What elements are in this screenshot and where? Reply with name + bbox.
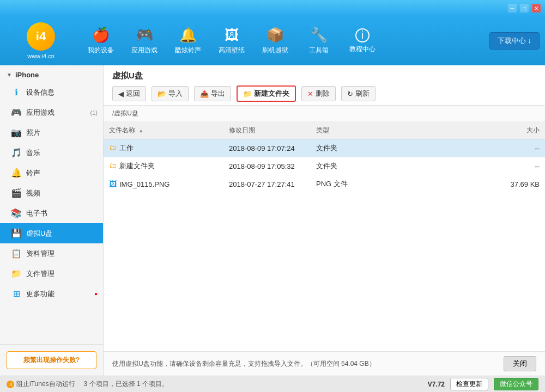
status-bar: ⏸ 阻止iTunes自动运行 3 个项目，已选择 1 个项目。 V7.72 检查… xyxy=(0,376,545,392)
sidebar-apps-count: (1) xyxy=(90,109,98,116)
cell-name: 🗂工作 xyxy=(104,139,223,157)
nav-toolbox-label: 工具箱 xyxy=(309,46,329,55)
sidebar-ebooks-label: 电子书 xyxy=(26,209,98,218)
sidebar-udisk-label: 虚拟U盘 xyxy=(26,229,98,238)
maximize-btn[interactable]: □ xyxy=(520,4,529,13)
sidebar-item-video[interactable]: 🎬 视频 xyxy=(0,183,103,203)
sidebar-device-info-label: 设备信息 xyxy=(26,88,98,97)
file-name: 工作 xyxy=(119,144,134,152)
sidebar-item-more[interactable]: ⊞ 更多功能 ● xyxy=(0,284,103,304)
cell-size: -- xyxy=(398,157,545,175)
refresh-label: 刷新 xyxy=(355,89,370,99)
table-row[interactable]: 🖼IMG_0115.PNG 2018-07-27 17:27:41 PNG 文件… xyxy=(104,175,545,193)
import-btn[interactable]: 📂 导入 xyxy=(152,86,189,101)
export-label: 导出 xyxy=(211,89,225,99)
refresh-btn[interactable]: ↻ 刷新 xyxy=(341,86,376,101)
header: i4 www.i4.cn 🍎 我的设备 🎮 应用游戏 🔔 酷炫铃声 🖼 高清壁纸… xyxy=(0,16,545,65)
nav-jailbreak[interactable]: 📦 刷机越狱 xyxy=(253,19,297,63)
export-btn[interactable]: 📤 导出 xyxy=(194,86,231,101)
cell-name: 🗂新建文件夹 xyxy=(104,157,223,175)
sidebar-item-device-info[interactable]: ℹ 设备信息 xyxy=(0,82,103,102)
file-icon: 🖼 xyxy=(109,180,117,188)
minimize-btn[interactable]: ─ xyxy=(508,4,517,13)
content-area: 虚拟U盘 ◀ 返回 📂 导入 📤 导出 📁 新建文件夹 xyxy=(104,65,545,376)
back-btn[interactable]: ◀ 返回 xyxy=(112,86,146,101)
sidebar-device-header[interactable]: ▼ iPhone xyxy=(0,65,103,82)
content-header: 虚拟U盘 ◀ 返回 📂 导入 📤 导出 📁 新建文件夹 xyxy=(104,65,545,106)
nav-tutorial-icon: i xyxy=(355,28,370,42)
cell-name: 🖼IMG_0115.PNG xyxy=(104,175,223,193)
nav-my-device[interactable]: 🍎 我的设备 xyxy=(79,19,123,63)
sort-arrow-icon: ▲ xyxy=(138,128,143,133)
wechat-btn[interactable]: 微信公众号 xyxy=(494,378,538,390)
toolbar: ◀ 返回 📂 导入 📤 导出 📁 新建文件夹 ✕ 删除 xyxy=(112,85,536,102)
sidebar-item-photos[interactable]: 📷 照片 xyxy=(0,122,103,143)
file-table: 文件名称 ▲ 修改日期 类型 大小 🗂工作 2018-08-09 17:07:2… xyxy=(104,122,545,351)
ringtones-icon: 🔔 xyxy=(11,168,22,178)
status-right: V7.72 检查更新 微信公众号 xyxy=(428,378,538,390)
cell-size: 37.69 KB xyxy=(398,175,545,193)
stats-text: 3 个项目，已选择 1 个项目。 xyxy=(84,379,168,389)
music-icon: 🎵 xyxy=(11,148,22,158)
title-bar: ─ □ ✕ xyxy=(0,0,545,16)
nav-wallpaper[interactable]: 🖼 高清壁纸 xyxy=(210,19,253,63)
info-close-btn[interactable]: 关闭 xyxy=(504,356,536,371)
sidebar-more-label: 更多功能 xyxy=(26,289,90,299)
nav-toolbox[interactable]: 🔧 工具箱 xyxy=(297,19,341,63)
import-label: 导入 xyxy=(168,89,183,99)
sidebar-arrow-icon: ▼ xyxy=(7,72,12,78)
stop-label: 阻止iTunes自动运行 xyxy=(16,379,75,389)
sidebar-item-data-mgr[interactable]: 📋 资料管理 xyxy=(0,243,103,264)
nav-items: 🍎 我的设备 🎮 应用游戏 🔔 酷炫铃声 🖼 高清壁纸 📦 刷机越狱 🔧 工具箱… xyxy=(79,19,487,63)
version-label: V7.72 xyxy=(428,381,445,388)
col-header-date[interactable]: 修改日期 xyxy=(223,122,311,139)
folder-icon: 🗂 xyxy=(109,161,117,170)
nav-jailbreak-label: 刷机越狱 xyxy=(262,46,288,55)
delete-icon: ✕ xyxy=(307,90,313,98)
logo-url: www.i4.cn xyxy=(27,53,55,59)
file-mgr-icon: 📁 xyxy=(11,268,22,279)
nav-apps[interactable]: 🎮 应用游戏 xyxy=(123,19,166,63)
refresh-icon: ↻ xyxy=(347,90,353,98)
new-folder-label: 新建文件夹 xyxy=(254,89,289,99)
sidebar-bottom: 频繁出现操作失败? xyxy=(0,344,103,376)
photos-icon: 📷 xyxy=(11,127,22,138)
check-update-btn[interactable]: 检查更新 xyxy=(450,378,488,390)
new-folder-btn[interactable]: 📁 新建文件夹 xyxy=(237,85,296,102)
more-dot: ● xyxy=(94,291,98,297)
sidebar: ▼ iPhone ℹ 设备信息 🎮 应用游戏 (1) 📷 照片 🎵 音乐 🔔 铃… xyxy=(0,65,104,376)
import-icon: 📂 xyxy=(158,90,166,98)
nav-apps-icon: 🎮 xyxy=(136,27,153,44)
sidebar-item-music[interactable]: 🎵 音乐 xyxy=(0,143,103,163)
sidebar-item-apps[interactable]: 🎮 应用游戏 (1) xyxy=(0,102,103,122)
device-info-icon: ℹ xyxy=(11,87,22,97)
close-window-btn[interactable]: ✕ xyxy=(532,4,541,13)
back-icon: ◀ xyxy=(118,90,124,98)
folder-icon: 🗂 xyxy=(109,143,117,152)
trouble-btn[interactable]: 频繁出现操作失败? xyxy=(7,351,96,369)
col-header-size[interactable]: 大小 xyxy=(398,122,545,139)
back-label: 返回 xyxy=(126,89,140,99)
nav-ringtones[interactable]: 🔔 酷炫铃声 xyxy=(166,19,210,63)
download-center-btn[interactable]: 下载中心 ↓ xyxy=(489,32,540,50)
delete-btn[interactable]: ✕ 删除 xyxy=(301,86,336,101)
sidebar-item-file-mgr[interactable]: 📁 文件管理 xyxy=(0,264,103,284)
sidebar-item-udisk[interactable]: 💾 虚拟U盘 xyxy=(0,223,103,243)
cell-date: 2018-08-09 17:05:32 xyxy=(223,157,311,175)
sidebar-item-ebooks[interactable]: 📚 电子书 xyxy=(0,203,103,223)
ebooks-icon: 📚 xyxy=(11,208,22,218)
col-header-type[interactable]: 类型 xyxy=(311,122,398,139)
nav-wallpaper-label: 高清壁纸 xyxy=(219,46,245,55)
cell-date: 2018-07-27 17:27:41 xyxy=(223,175,311,193)
table-row[interactable]: 🗂工作 2018-08-09 17:07:24 文件夹 -- xyxy=(104,139,545,157)
nav-tutorial-label: 教程中心 xyxy=(349,45,376,54)
nav-tutorial[interactable]: i 教程中心 xyxy=(341,19,384,63)
cell-type: 文件夹 xyxy=(311,139,398,157)
sidebar-photos-label: 照片 xyxy=(26,128,98,138)
video-icon: 🎬 xyxy=(11,188,22,198)
sidebar-item-ringtones[interactable]: 🔔 铃声 xyxy=(0,163,103,183)
table-row[interactable]: 🗂新建文件夹 2018-08-09 17:05:32 文件夹 -- xyxy=(104,157,545,175)
col-header-name[interactable]: 文件名称 ▲ xyxy=(104,122,223,139)
file-name: IMG_0115.PNG xyxy=(119,180,170,188)
breadcrumb: /虚拟U盘 xyxy=(104,106,545,122)
